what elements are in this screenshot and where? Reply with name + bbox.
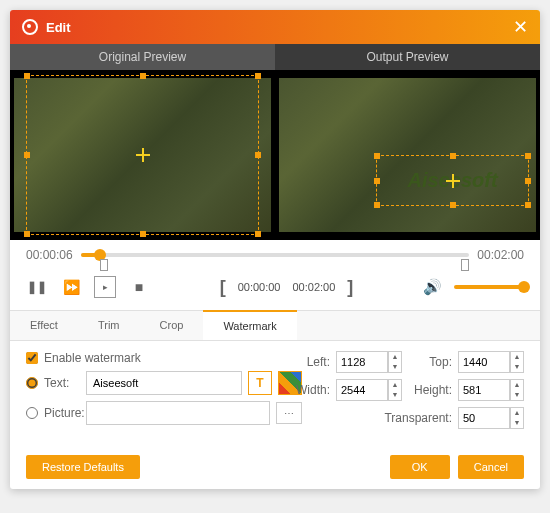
timeline-track[interactable] — [81, 253, 470, 257]
fast-forward-button[interactable]: ⏩ — [60, 276, 82, 298]
app-logo-icon — [22, 19, 38, 35]
tab-watermark[interactable]: Watermark — [203, 310, 296, 340]
wm-center-icon[interactable] — [446, 174, 460, 188]
tab-trim[interactable]: Trim — [78, 311, 140, 340]
preview-header: Original Preview Output Preview — [10, 44, 540, 70]
top-input[interactable] — [458, 351, 510, 373]
wm-handle-rc[interactable] — [525, 178, 531, 184]
watermark-text-radio[interactable] — [26, 377, 38, 389]
transparent-spinner[interactable]: ▲▼ — [510, 407, 524, 429]
height-spinner[interactable]: ▲▼ — [510, 379, 524, 401]
output-preview-pane[interactable]: Aiseesoft — [275, 70, 540, 240]
crop-handle-lc[interactable] — [24, 152, 30, 158]
edit-window: Edit ✕ Original Preview Output Preview — [10, 10, 540, 489]
watermark-text-input[interactable] — [86, 371, 242, 395]
set-in-button[interactable]: [ — [220, 277, 226, 298]
transparent-label: Transparent: — [384, 411, 452, 425]
top-label: Top: — [408, 355, 452, 369]
crop-handle-tl[interactable] — [24, 73, 30, 79]
wm-handle-tr[interactable] — [525, 153, 531, 159]
height-input[interactable] — [458, 379, 510, 401]
crop-handle-bc[interactable] — [140, 231, 146, 237]
crop-handle-bl[interactable] — [24, 231, 30, 237]
timeline-current: 00:00:06 — [26, 248, 73, 262]
pause-button[interactable]: ❚❚ — [26, 276, 48, 298]
timeline-in-marker[interactable] — [100, 259, 108, 271]
next-frame-button[interactable]: ▸ — [94, 276, 116, 298]
wm-handle-bc[interactable] — [450, 202, 456, 208]
close-icon[interactable]: ✕ — [513, 18, 528, 36]
enable-watermark-label: Enable watermark — [44, 351, 141, 365]
width-label: Width: — [286, 383, 330, 397]
timeline-total: 00:02:00 — [477, 248, 524, 262]
cancel-button[interactable]: Cancel — [458, 455, 524, 479]
range-start: 00:00:00 — [238, 281, 281, 293]
volume-thumb[interactable] — [518, 281, 530, 293]
volume-slider[interactable] — [454, 285, 524, 289]
playback-controls: ❚❚ ⏩ ▸ ■ [ 00:00:00 00:02:00 ] 🔊 — [10, 266, 540, 310]
preview-area: Aiseesoft — [10, 70, 540, 240]
range-end: 00:02:00 — [293, 281, 336, 293]
transparent-input[interactable] — [458, 407, 510, 429]
watermark-text-label: Text: — [44, 376, 80, 390]
left-label: Left: — [286, 355, 330, 369]
wm-handle-tc[interactable] — [450, 153, 456, 159]
wm-handle-bl[interactable] — [374, 202, 380, 208]
stop-button[interactable]: ■ — [128, 276, 150, 298]
browse-button[interactable]: ⋯ — [276, 402, 302, 424]
output-preview-label: Output Preview — [275, 44, 540, 70]
wm-handle-lc[interactable] — [374, 178, 380, 184]
restore-defaults-button[interactable]: Restore Defaults — [26, 455, 140, 479]
enable-watermark-checkbox[interactable] — [26, 352, 38, 364]
titlebar: Edit ✕ — [10, 10, 540, 44]
height-label: Height: — [408, 383, 452, 397]
top-spinner[interactable]: ▲▼ — [510, 351, 524, 373]
tab-effect[interactable]: Effect — [10, 311, 78, 340]
watermark-panel: Enable watermark Text: T Picture: ⋯ Left… — [10, 341, 540, 445]
width-spinner[interactable]: ▲▼ — [388, 379, 402, 401]
footer: Restore Defaults OK Cancel — [10, 445, 540, 489]
watermark-picture-radio[interactable] — [26, 407, 38, 419]
font-button[interactable]: T — [248, 371, 272, 395]
wm-handle-br[interactable] — [525, 202, 531, 208]
original-preview-pane[interactable] — [10, 70, 275, 240]
volume-icon[interactable]: 🔊 — [423, 278, 442, 296]
crop-rectangle[interactable] — [26, 75, 259, 235]
crop-handle-rc[interactable] — [255, 152, 261, 158]
timeline-out-marker[interactable] — [461, 259, 469, 271]
original-preview-label: Original Preview — [10, 44, 275, 70]
set-out-button[interactable]: ] — [347, 277, 353, 298]
ok-button[interactable]: OK — [390, 455, 450, 479]
crop-handle-br[interactable] — [255, 231, 261, 237]
crop-center-icon[interactable] — [136, 148, 150, 162]
width-input[interactable] — [336, 379, 388, 401]
timeline: 00:00:06 00:02:00 — [10, 240, 540, 266]
watermark-rectangle[interactable]: Aiseesoft — [376, 155, 530, 206]
window-title: Edit — [46, 20, 505, 35]
wm-handle-tl[interactable] — [374, 153, 380, 159]
tab-crop[interactable]: Crop — [140, 311, 204, 340]
crop-handle-tc[interactable] — [140, 73, 146, 79]
left-spinner[interactable]: ▲▼ — [388, 351, 402, 373]
tab-bar: Effect Trim Crop Watermark — [10, 310, 540, 341]
crop-handle-tr[interactable] — [255, 73, 261, 79]
watermark-picture-label: Picture: — [44, 406, 80, 420]
watermark-picture-input[interactable] — [86, 401, 270, 425]
left-input[interactable] — [336, 351, 388, 373]
